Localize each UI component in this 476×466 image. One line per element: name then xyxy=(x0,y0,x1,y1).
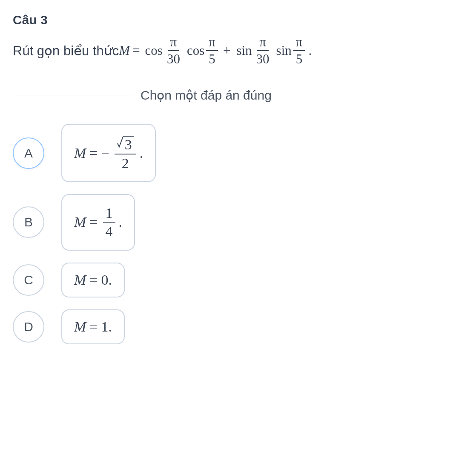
option-D[interactable]: D M = 1 . xyxy=(13,309,463,344)
equals-sign: = xyxy=(89,214,97,230)
option-letter-B[interactable]: B xyxy=(13,206,44,238)
equals-sign: = xyxy=(89,319,97,335)
denominator-5: 5 xyxy=(206,51,218,66)
denominator-30: 30 xyxy=(164,51,183,66)
numerator-1: 1 xyxy=(103,205,115,223)
option-box-A[interactable]: M = − 3 2 . xyxy=(61,124,156,182)
equals-sign: = xyxy=(89,145,97,161)
fraction-pi-5: π 5 xyxy=(206,35,218,66)
sin-function: sin xyxy=(276,43,292,58)
denominator-2: 2 xyxy=(119,154,132,171)
equals-sign: = xyxy=(132,43,140,58)
period: . xyxy=(119,214,123,230)
period: . xyxy=(109,319,112,335)
numerator-pi: π xyxy=(168,35,180,51)
variable-M: M xyxy=(74,145,86,161)
denominator-5: 5 xyxy=(293,51,305,66)
numerator-pi: π xyxy=(206,35,218,51)
value-1: 1 xyxy=(101,319,109,335)
option-C[interactable]: C M = 0 . xyxy=(13,263,463,297)
option-letter-D[interactable]: D xyxy=(13,311,44,343)
option-box-D[interactable]: M = 1 . xyxy=(61,309,125,344)
instruction-row: Chọn một đáp án đúng xyxy=(13,88,463,103)
minus-sign: − xyxy=(101,145,109,161)
fraction-pi-5: π 5 xyxy=(293,35,305,66)
fraction-pi-30: π 30 xyxy=(164,35,183,66)
variable-M: M xyxy=(119,43,130,58)
instruction-text: Chọn một đáp án đúng xyxy=(132,88,280,103)
math-expression: M = cos π 30 cos π 5 + sin π 30 sin π 5 xyxy=(119,35,312,66)
option-box-B[interactable]: M = 1 4 . xyxy=(61,194,135,251)
options-list: A M = − 3 2 . xyxy=(13,124,463,344)
numerator-pi: π xyxy=(257,35,269,51)
divider-line xyxy=(13,95,132,95)
period: . xyxy=(109,272,112,288)
value-0: 0 xyxy=(101,272,109,288)
question-number: Câu 3 xyxy=(13,13,463,27)
plus-sign: + xyxy=(223,43,230,58)
equals-sign: = xyxy=(89,272,97,288)
variable-M: M xyxy=(74,214,86,230)
fraction-pi-30: π 30 xyxy=(254,35,272,66)
sqrt-symbol: 3 xyxy=(117,136,134,152)
period: . xyxy=(140,145,143,161)
denominator-30: 30 xyxy=(254,51,272,66)
fraction-sqrt3-2: 3 2 xyxy=(115,135,136,171)
cos-function: cos xyxy=(187,43,204,58)
option-letter-A[interactable]: A xyxy=(13,137,44,169)
sqrt-radicand: 3 xyxy=(123,136,134,152)
period: . xyxy=(308,43,312,58)
denominator-4: 4 xyxy=(103,223,115,239)
question-text: Rút gọn biểu thức M = cos π 30 cos π 5 +… xyxy=(13,35,463,66)
sin-function: sin xyxy=(236,43,252,58)
question-container: Câu 3 Rút gọn biểu thức M = cos π 30 cos… xyxy=(13,13,463,344)
option-A[interactable]: A M = − 3 2 . xyxy=(13,124,463,182)
numerator-sqrt3: 3 xyxy=(115,135,136,154)
cos-function: cos xyxy=(145,43,163,58)
variable-M: M xyxy=(74,319,86,335)
fraction-1-4: 1 4 xyxy=(103,205,115,240)
option-box-C[interactable]: M = 0 . xyxy=(61,263,125,297)
numerator-pi: π xyxy=(293,35,305,51)
variable-M: M xyxy=(74,272,86,288)
question-prefix: Rút gọn biểu thức xyxy=(13,43,119,59)
option-letter-C[interactable]: C xyxy=(13,264,44,296)
option-B[interactable]: B M = 1 4 . xyxy=(13,194,463,251)
